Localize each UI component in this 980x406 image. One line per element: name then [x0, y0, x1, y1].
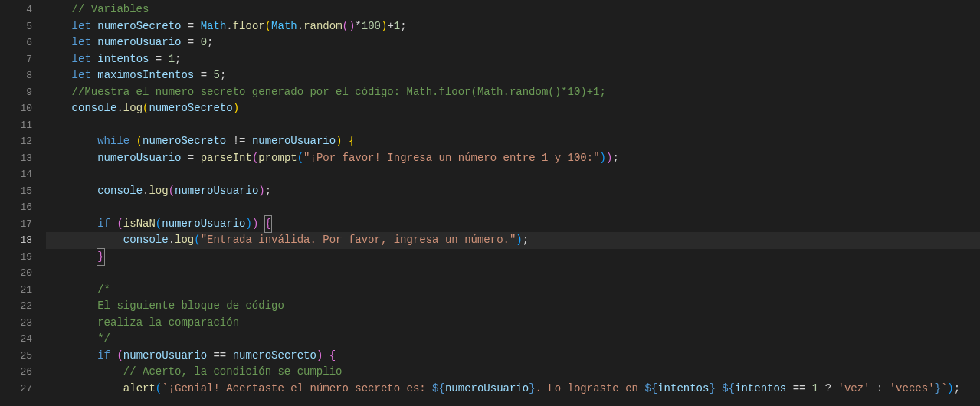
- code-line[interactable]: // Acerto, la condición se cumplio: [46, 364, 980, 381]
- line-number[interactable]: 23: [0, 315, 32, 332]
- code-line[interactable]: realiza la comparación: [46, 315, 980, 332]
- code-line[interactable]: if (isNaN(numeroUsuario)) {: [46, 216, 980, 233]
- code-token: [46, 381, 123, 398]
- code-token: numeroSecreto: [149, 100, 232, 117]
- code-token: realiza la comparación: [97, 315, 239, 332]
- code-token: [46, 51, 72, 68]
- code-line[interactable]: let intentos = 1;: [46, 51, 980, 68]
- code-token: ;: [207, 34, 213, 51]
- code-token: ==: [207, 348, 233, 365]
- code-token: ): [381, 18, 387, 35]
- code-line[interactable]: */: [46, 331, 980, 348]
- line-number[interactable]: 4: [0, 2, 32, 18]
- code-line[interactable]: [46, 199, 980, 216]
- line-number[interactable]: 8: [0, 67, 32, 84]
- code-line[interactable]: let numeroSecreto = Math.floor(Math.rand…: [46, 18, 980, 35]
- code-token: =: [181, 18, 200, 35]
- code-token: (: [194, 232, 200, 249]
- code-line[interactable]: [46, 265, 980, 282]
- code-line[interactable]: console.log("Entrada inválida. Por favor…: [46, 232, 980, 249]
- line-number[interactable]: 26: [0, 364, 32, 381]
- line-number[interactable]: 7: [0, 51, 32, 68]
- code-line[interactable]: let maximosIntentos = 5;: [46, 67, 980, 84]
- code-token: intentos: [735, 381, 786, 398]
- code-token: =: [181, 34, 200, 51]
- code-line[interactable]: }: [46, 249, 980, 266]
- code-token: let: [72, 34, 91, 51]
- code-token: ${: [722, 381, 735, 398]
- code-token: ==: [786, 381, 812, 398]
- code-token: 5: [213, 67, 219, 84]
- line-number[interactable]: 5: [0, 18, 32, 35]
- code-token: /*: [97, 282, 110, 299]
- code-token: intentos: [97, 51, 149, 68]
- line-number[interactable]: 6: [0, 34, 32, 51]
- line-number[interactable]: 18: [0, 232, 32, 249]
- line-number[interactable]: 25: [0, 348, 32, 365]
- code-line[interactable]: [46, 166, 980, 183]
- code-token: 'veces': [890, 381, 935, 398]
- code-token: [46, 348, 97, 365]
- code-token: (: [156, 216, 162, 233]
- code-token: 1: [394, 18, 400, 35]
- line-number[interactable]: 14: [0, 166, 32, 183]
- code-editor[interactable]: 4567891011121314151617181920212223242526…: [0, 0, 980, 406]
- code-line[interactable]: console.log(numeroUsuario);: [46, 183, 980, 200]
- code-line[interactable]: //Muestra el numero secreto generado por…: [46, 84, 980, 101]
- code-token: numeroSecreto: [97, 18, 181, 35]
- code-token: "Entrada inválida. Por favor, ingresa un…: [201, 232, 516, 249]
- code-token: ): [258, 183, 264, 200]
- code-token: [716, 381, 722, 398]
- line-number[interactable]: 11: [0, 117, 32, 134]
- code-token: (: [143, 100, 149, 117]
- code-token: [46, 298, 97, 315]
- code-token: ): [600, 150, 606, 167]
- code-token: "¡Por favor! Ingresa un número entre 1 y…: [303, 150, 599, 167]
- code-token: numeroUsuario: [97, 150, 181, 167]
- line-number[interactable]: 10: [0, 100, 32, 117]
- code-token: *: [355, 18, 361, 35]
- line-number[interactable]: 20: [0, 265, 32, 282]
- code-token: ;: [523, 232, 529, 249]
- line-number[interactable]: 17: [0, 216, 32, 233]
- code-token: ;: [265, 183, 271, 200]
- code-token: parseInt: [201, 150, 252, 167]
- line-number[interactable]: 21: [0, 282, 32, 299]
- code-line[interactable]: numeroUsuario = parseInt(prompt("¡Por fa…: [46, 150, 980, 167]
- line-number[interactable]: 15: [0, 183, 32, 200]
- code-line[interactable]: console.log(numeroSecreto): [46, 100, 980, 117]
- line-number[interactable]: 12: [0, 133, 32, 150]
- code-token: if: [97, 216, 110, 233]
- code-token: console: [72, 100, 117, 117]
- code-line[interactable]: alert(`¡Genial! Acertaste el número secr…: [46, 381, 980, 398]
- line-number[interactable]: 27: [0, 381, 32, 398]
- code-token: [46, 216, 97, 233]
- code-token: ): [245, 216, 251, 233]
- code-token: if: [97, 348, 110, 365]
- code-token: .: [297, 18, 303, 35]
- code-line[interactable]: if (numeroUsuario == numeroSecreto) {: [46, 348, 980, 365]
- line-number-gutter[interactable]: 4567891011121314151617181920212223242526…: [0, 0, 46, 406]
- code-token: . Lo lograste en: [536, 381, 645, 398]
- code-token: log: [149, 183, 168, 200]
- line-number[interactable]: 13: [0, 150, 32, 167]
- code-line[interactable]: while (numeroSecreto != numeroUsuario) {: [46, 133, 980, 150]
- code-token: =: [181, 150, 200, 167]
- line-number[interactable]: 19: [0, 249, 32, 266]
- code-token: isNaN: [123, 216, 156, 233]
- code-line[interactable]: [46, 117, 980, 134]
- code-token: =: [149, 51, 168, 68]
- line-number[interactable]: 22: [0, 298, 32, 315]
- code-line[interactable]: /*: [46, 282, 980, 299]
- code-line[interactable]: let numeroUsuario = 0;: [46, 34, 980, 51]
- code-token: ): [233, 100, 239, 117]
- code-token: (: [116, 348, 123, 365]
- line-number[interactable]: 16: [0, 199, 32, 216]
- code-content-area[interactable]: // Variables let numeroSecreto = Math.fl…: [46, 0, 980, 406]
- line-number[interactable]: 9: [0, 84, 32, 101]
- code-token: numeroSecreto: [143, 133, 226, 150]
- code-line[interactable]: El siguiente bloque de código: [46, 298, 980, 315]
- code-line[interactable]: // Variables: [46, 2, 980, 18]
- code-token: numeroUsuario: [97, 34, 181, 51]
- line-number[interactable]: 24: [0, 331, 32, 348]
